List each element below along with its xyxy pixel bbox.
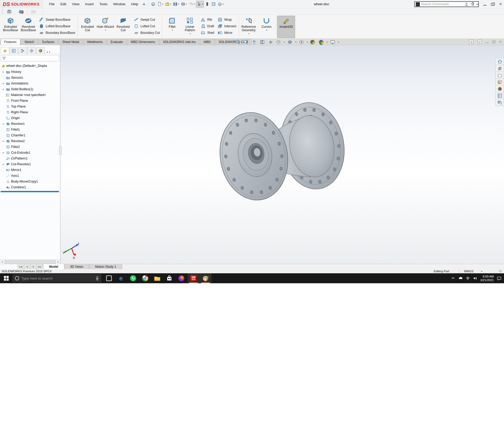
screenshot-camera-button[interactable] <box>5 9 14 14</box>
previous-view-button[interactable] <box>251 39 257 45</box>
hide-show-items-button[interactable] <box>298 39 304 45</box>
next-tab-button[interactable]: ▸ <box>30 264 37 269</box>
select-button[interactable]: ▾ <box>196 1 204 8</box>
tree-item-origin[interactable]: Origin <box>0 115 60 121</box>
taskbar-paint-button[interactable] <box>200 273 212 283</box>
toolbar-drag-handle[interactable] <box>2 9 3 14</box>
last-tab-button[interactable]: ▸► <box>37 264 43 269</box>
ribbon-button-fillet[interactable]: Fillet▾ <box>163 16 181 38</box>
apply-scene-caret-icon[interactable]: ▾ <box>327 41 328 43</box>
tab-surfaces[interactable]: Surfaces <box>38 39 58 45</box>
taskbar-firefox-button[interactable] <box>175 273 187 283</box>
help-caret-icon[interactable]: ▾ <box>477 3 478 6</box>
ribbon-button-shell[interactable]: Shell <box>200 29 214 36</box>
edit-appearance-button[interactable] <box>310 39 316 45</box>
reference-geometry-caret-icon[interactable]: ▾ <box>248 33 249 35</box>
ribbon-button-revolved-cut[interactable]: Revolved Cut <box>114 16 132 38</box>
menu-insert[interactable]: Insert <box>82 1 97 7</box>
taskbar-clock[interactable]: 8:00 AM 3/21/2021 <box>480 275 494 282</box>
tree-item-fillet1[interactable]: Fillet1 <box>0 127 60 132</box>
task-pane-home-button[interactable] <box>495 58 504 65</box>
menu-help[interactable]: Help <box>128 1 141 7</box>
panel-splitter-handle[interactable] <box>59 146 62 155</box>
doc-restore-button[interactable] <box>492 40 495 43</box>
tree-horizontal-scrollbar[interactable]: ◂ ▸ <box>0 259 60 264</box>
options-caret-icon[interactable]: ▾ <box>223 3 224 5</box>
ribbon-button-mirror[interactable]: Mirror <box>217 29 236 36</box>
scroll-right-button[interactable]: ▸ <box>56 260 60 263</box>
view-settings-button[interactable] <box>329 39 336 45</box>
view-orientation-button[interactable] <box>275 39 281 45</box>
tab-evaluate[interactable]: Evaluate <box>107 39 127 45</box>
open-document-caret-icon[interactable]: ▾ <box>170 3 171 5</box>
panel-tab-scroll[interactable]: ◂▸ <box>46 50 51 54</box>
ribbon-button-swept-cut[interactable]: Swept Cut <box>134 16 160 23</box>
ribbon-button-rib[interactable]: Rib <box>200 16 214 23</box>
ribbon-button-curves[interactable]: Curves▾ <box>258 16 275 38</box>
panel-tab-propertymanager[interactable] <box>9 47 18 54</box>
menu-edit[interactable]: Edit <box>57 1 69 7</box>
tree-item-annotations[interactable]: ▸AAnnotations <box>0 81 60 86</box>
tree-filter-box[interactable] <box>1 55 59 61</box>
tab-sheet-metal[interactable]: Sheet Metal <box>59 39 83 45</box>
print-button[interactable]: ▾ <box>180 1 188 8</box>
tree-item-front-plane[interactable]: Front Plane <box>0 98 60 104</box>
expand-arrow-icon[interactable]: ▸ <box>2 71 5 73</box>
tab-mbd[interactable]: MBD <box>200 39 214 45</box>
bottom-tab-model[interactable]: Model <box>43 264 64 269</box>
bottom-tab-motion-study-1[interactable]: Motion Study 1 <box>89 264 122 269</box>
search-commands-input[interactable] <box>421 2 470 6</box>
tags-icon[interactable] <box>498 269 502 273</box>
expand-arrow-icon[interactable]: ▸ <box>2 88 5 90</box>
open-document-button[interactable]: ▾ <box>164 1 172 8</box>
taskbar-solidworks-2019-button[interactable]: SW2019 <box>187 273 200 283</box>
window-minimize-button[interactable] <box>483 3 487 6</box>
onedrive-icon[interactable] <box>458 276 463 280</box>
ribbon-button-lofted-boss-base[interactable]: Lofted Boss/Base <box>39 23 75 29</box>
tree-item-solid-bodies-1-[interactable]: ▸Solid Bodies(1) <box>0 86 60 92</box>
hide-show-items-caret-icon[interactable]: ▾ <box>307 41 308 43</box>
hole-wizard-caret-icon[interactable]: ▾ <box>105 29 106 31</box>
tree-item-mirror1[interactable]: Mirror1 <box>0 167 60 173</box>
user-account-icon[interactable] <box>464 2 469 7</box>
task-pane-appearances-scenes-button[interactable] <box>495 85 504 92</box>
taskbar-chrome-button[interactable] <box>139 273 151 283</box>
first-tab-button[interactable]: ◂◄ <box>18 264 24 269</box>
ribbon-button-boundary-boss-base[interactable]: Boundary Boss/Base <box>39 29 75 36</box>
pin-icon[interactable]: ➤ <box>142 2 147 7</box>
expand-arrow-icon[interactable]: ▸ <box>2 82 5 85</box>
task-pane-file-explorer-button[interactable] <box>495 72 504 79</box>
ribbon-button-lofted-cut[interactable]: Lofted Cut <box>134 23 160 29</box>
ribbon-button-revolved-boss-base[interactable]: Revolved Boss/Base <box>19 16 37 38</box>
menu-view[interactable]: View <box>69 1 82 7</box>
start-button[interactable] <box>0 273 13 283</box>
graphics-viewport[interactable]: Y Z X <box>60 45 504 264</box>
record-video-button[interactable] <box>17 9 26 14</box>
network-icon[interactable] <box>466 276 470 280</box>
tree-item-body-move-copy1[interactable]: Body-Move/Copy1 <box>0 179 60 184</box>
tree-item-history[interactable]: ▸History <box>0 69 60 75</box>
linear-pattern-caret-icon[interactable]: ▾ <box>190 33 191 35</box>
taskbar-search-input[interactable] <box>21 276 93 280</box>
taskbar-search-box[interactable] <box>13 274 101 282</box>
home-button[interactable] <box>150 1 156 8</box>
collapse-right-pane-button[interactable]: ▸ <box>477 40 482 44</box>
view-settings-caret-icon[interactable]: ▾ <box>338 41 339 43</box>
undo-button[interactable]: ▾ <box>188 1 196 8</box>
ribbon-button-boundary-cut[interactable]: Boundary Cut <box>134 29 160 36</box>
doc-close-button[interactable]: ✕ <box>499 40 502 44</box>
panel-tab-configurationmanager[interactable] <box>18 47 27 54</box>
tree-item-revolve2[interactable]: ▸Revolve2 <box>0 138 60 144</box>
zoom-to-fit-button[interactable] <box>234 39 241 45</box>
tree-item-material-not-specified-[interactable]: Material <not specified> <box>0 92 60 98</box>
menu-tools[interactable]: Tools <box>97 1 110 7</box>
display-style-button[interactable] <box>287 39 293 45</box>
options-button[interactable]: ▾ <box>217 1 224 8</box>
ribbon-button-extruded-cut[interactable]: Extruded Cut <box>78 16 96 38</box>
ribbon-button-extruded-boss-base[interactable]: Extruded Boss/Base <box>2 16 19 38</box>
dynamic-annotation-views-button[interactable]: A <box>267 39 273 45</box>
ribbon-button-hole-wizard[interactable]: Hole Wizard▾ <box>96 16 114 38</box>
scrollbar-thumb[interactable] <box>4 260 56 264</box>
taskbar-microsoft-store-button[interactable] <box>163 273 175 283</box>
undo-caret-icon[interactable]: ▾ <box>194 3 195 5</box>
